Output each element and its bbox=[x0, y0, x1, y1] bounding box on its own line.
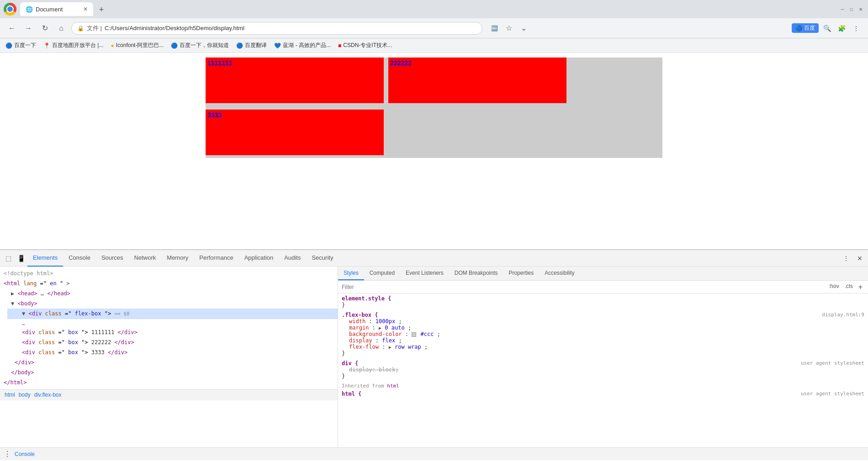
browser-tab[interactable]: 🌐 Document ✕ bbox=[20, 2, 93, 16]
styles-filter: :hov .cls + bbox=[338, 281, 868, 293]
tab-accessibility[interactable]: Accessibility bbox=[539, 267, 580, 280]
devtools-tabs: Elements Console Sources Network Memory … bbox=[27, 250, 840, 267]
styles-filter-input[interactable] bbox=[342, 284, 825, 290]
tab-security[interactable]: Security bbox=[306, 250, 339, 267]
breadcrumb-html[interactable]: html bbox=[4, 392, 16, 398]
tab-memory[interactable]: Memory bbox=[161, 250, 194, 267]
tab-event-listeners[interactable]: Event Listeners bbox=[400, 267, 449, 280]
toolbar-right: 🔵 百度 🔍 🧩 ⋮ bbox=[792, 22, 863, 35]
bookmark-item-0[interactable]: 🔵 百度一下 bbox=[5, 42, 36, 49]
style-prop-flex-flow[interactable]: flex-flow bbox=[349, 344, 379, 350]
url-bar[interactable]: 🔒 文件 | C:/Users/Administrator/Desktop/h5… bbox=[71, 22, 482, 35]
style-prop-display-block[interactable]: display: block; bbox=[349, 367, 398, 373]
html-selector: html { bbox=[342, 391, 361, 397]
bookmark-item-3[interactable]: 🔵 百度一下，你就知道 bbox=[171, 42, 229, 49]
dom-line: … bbox=[0, 319, 338, 327]
devtools-toolbar: ⬚ 📱 Elements Console Sources Network Mem… bbox=[0, 250, 868, 267]
tab-performance[interactable]: Performance bbox=[194, 250, 238, 267]
div-source: user agent stylesheet bbox=[801, 360, 864, 367]
menu-button[interactable]: ⋮ bbox=[850, 22, 863, 35]
flex-box-rule: .flex-box { display.html:9 width : 1000p… bbox=[342, 312, 864, 356]
add-rule-button[interactable]: + bbox=[857, 282, 864, 292]
devtools-close-button[interactable]: ✕ bbox=[853, 252, 866, 265]
bookmark-item-1[interactable]: 📍 百度地图开放平台 |... bbox=[43, 42, 103, 49]
forward-button[interactable]: → bbox=[22, 22, 35, 35]
inspect-element-button[interactable]: ⬚ bbox=[2, 252, 15, 265]
home-button[interactable]: ⌂ bbox=[55, 22, 68, 35]
baidu-label: 百度 bbox=[804, 24, 815, 32]
tab-properties[interactable]: Properties bbox=[503, 267, 539, 280]
new-tab-button[interactable]: + bbox=[95, 3, 108, 16]
tab-styles[interactable]: Styles bbox=[338, 267, 364, 280]
div-user-agent-rule: div { user agent stylesheet display: blo… bbox=[342, 360, 864, 379]
box-3: 3333 bbox=[206, 110, 384, 155]
console-dots-button[interactable]: ⋮ bbox=[4, 450, 11, 458]
styles-panel: Styles Computed Event Listeners DOM Brea… bbox=[338, 267, 868, 447]
dom-ellipsis[interactable]: … bbox=[22, 320, 25, 326]
reload-button[interactable]: ↻ bbox=[38, 22, 51, 35]
box-2-text: 222222 bbox=[390, 59, 412, 67]
minimize-button[interactable]: ─ bbox=[839, 5, 846, 13]
dom-line: <div class =" box "> 222222 </div> bbox=[0, 337, 338, 347]
flex-box-source: display.html:9 bbox=[822, 312, 864, 318]
element-style-rule: element.style { } bbox=[342, 295, 864, 308]
translate-button[interactable]: 🔤 bbox=[488, 22, 501, 35]
maximize-button[interactable]: □ bbox=[848, 5, 855, 13]
dom-line: </div> bbox=[0, 357, 338, 367]
bookmark-button[interactable]: ☆ bbox=[503, 22, 515, 35]
tab-console[interactable]: Console bbox=[63, 250, 96, 267]
url-lock-icon: 🔒 bbox=[77, 25, 84, 31]
dom-line: </body> bbox=[7, 367, 338, 377]
style-prop-margin[interactable]: margin bbox=[349, 325, 369, 331]
back-button[interactable]: ← bbox=[5, 22, 18, 35]
extensions-button[interactable]: 🧩 bbox=[835, 22, 848, 35]
breadcrumb-div-flexbox[interactable]: div.flex-box bbox=[33, 392, 63, 398]
box-1: 1111111 bbox=[206, 58, 384, 103]
dom-line-selected[interactable]: ▼ <div class =" flex-box "> == $0 bbox=[7, 309, 338, 319]
bookmark-item-6[interactable]: ■ CSDN-专业IT技术... bbox=[338, 42, 392, 49]
color-swatch-ccc[interactable] bbox=[412, 332, 416, 337]
url-text: C:/Users/Administrator/Desktop/h5Demo/di… bbox=[105, 25, 244, 31]
console-label: Console bbox=[15, 451, 35, 457]
close-button[interactable]: ✕ bbox=[857, 5, 864, 13]
dom-line: ▶ <head> … </head> bbox=[7, 288, 338, 299]
filter-buttons: :hov .cls + bbox=[827, 282, 864, 292]
tab-elements[interactable]: Elements bbox=[27, 250, 63, 267]
dom-line: </html> bbox=[0, 377, 338, 388]
bookmark-item-2[interactable]: ● Iconfont-阿里巴巴... bbox=[111, 42, 164, 49]
console-toggle-button[interactable]: Console bbox=[15, 451, 35, 457]
chrome-logo bbox=[4, 3, 16, 16]
tab-network[interactable]: Network bbox=[129, 250, 162, 267]
dom-panel-container: <!doctype html> <html lang =" en " > ▶ <… bbox=[0, 267, 338, 447]
dom-line: <div class =" box "> 1111111 </div> bbox=[0, 327, 338, 337]
tab-computed[interactable]: Computed bbox=[364, 267, 400, 280]
bookmark-item-5[interactable]: 💙 蓝湖 - 高效的产品... bbox=[274, 42, 331, 49]
box-2: 222222 bbox=[388, 58, 566, 103]
tab-audits[interactable]: Audits bbox=[279, 250, 306, 267]
flex-box-selector: .flex-box { bbox=[342, 312, 378, 318]
class-filter-button[interactable]: .cls bbox=[843, 282, 855, 292]
search-button[interactable]: 🔍 bbox=[820, 22, 833, 35]
tab-favicon: 🌐 bbox=[26, 6, 33, 13]
breadcrumb-body[interactable]: body bbox=[18, 392, 32, 398]
tab-close-button[interactable]: ✕ bbox=[83, 6, 88, 12]
style-prop-display[interactable]: display bbox=[349, 337, 372, 344]
device-toggle-button[interactable]: 📱 bbox=[15, 252, 27, 265]
box-3-text: 3333 bbox=[207, 111, 222, 119]
flex-box-container: 1111111 222222 3333 bbox=[206, 58, 662, 158]
tab-sources[interactable]: Sources bbox=[96, 250, 129, 267]
tab-dom-breakpoints[interactable]: DOM Breakpoints bbox=[449, 267, 503, 280]
style-prop-width[interactable]: width bbox=[349, 318, 365, 325]
baidu-search-button[interactable]: 🔵 百度 bbox=[792, 23, 819, 33]
tab-application[interactable]: Application bbox=[239, 250, 279, 267]
style-prop-bg-color[interactable]: background-color bbox=[349, 331, 402, 337]
bookmarks-bar: 🔵 百度一下 📍 百度地图开放平台 |... ● Iconfont-阿里巴巴..… bbox=[0, 38, 868, 53]
bookmark-expand-button[interactable]: ⌄ bbox=[517, 22, 530, 35]
styles-content: element.style { } .flex-box { display.ht… bbox=[338, 293, 868, 447]
dom-line: <html lang =" en " > bbox=[0, 278, 338, 288]
devtools-more-button[interactable]: ⋮ bbox=[840, 252, 852, 265]
url-scheme: 文件 | bbox=[87, 24, 102, 32]
bookmark-item-4[interactable]: 🔵 百度翻译 bbox=[236, 42, 267, 49]
dom-line: <div class =" box "> 3333 </div> bbox=[0, 347, 338, 357]
hover-filter-button[interactable]: :hov bbox=[827, 282, 841, 292]
